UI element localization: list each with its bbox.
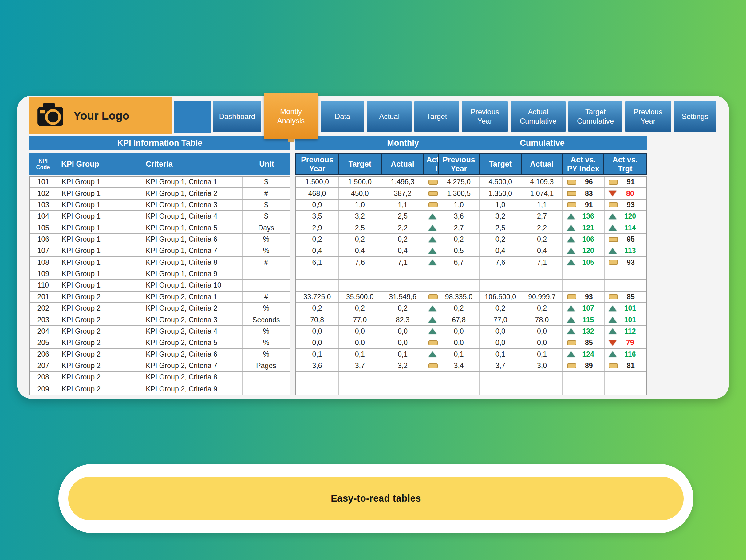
cell-kpi-code[interactable]: 208: [30, 372, 57, 383]
cell-cumulative-target[interactable]: 0,1: [480, 349, 521, 360]
cell-kpi-code[interactable]: 205: [30, 337, 57, 348]
cell-cumulative-act-vs-py-index[interactable]: 93: [563, 291, 605, 302]
tab-previous-year[interactable]: Previous Year: [462, 101, 508, 132]
cell-kpi-group[interactable]: KPI Group 1: [57, 222, 142, 233]
cell-monthly-previous-year[interactable]: 0,0: [296, 326, 339, 337]
cell-cumulative-actual[interactable]: 0,0: [521, 326, 563, 337]
cell-cumulative-actual[interactable]: 1,1: [521, 200, 563, 211]
cell-cumulative-target[interactable]: [480, 384, 521, 395]
cell-monthly-actual[interactable]: 387,2: [381, 188, 424, 199]
cell-unit[interactable]: #: [242, 257, 290, 268]
cell-cumulative-target[interactable]: 1.350,0: [480, 188, 521, 199]
cell-criteria[interactable]: KPI Group 1, Criteria 3: [141, 200, 242, 211]
cell-monthly-previous-year[interactable]: 0,2: [296, 234, 339, 245]
cell-monthly-actual[interactable]: 0,0: [381, 326, 424, 337]
cell-cumulative-act-vs-py-index[interactable]: [563, 269, 605, 279]
cell-cumulative-act-vs-py-index[interactable]: 83: [563, 188, 605, 199]
cell-cumulative-actual[interactable]: 3,0: [521, 360, 563, 371]
cell-cumulative-target[interactable]: 106.500,0: [480, 291, 521, 302]
cell-unit[interactable]: $: [242, 176, 290, 187]
cell-kpi-code[interactable]: 204: [30, 326, 57, 337]
cell-cumulative-act-vs-trgt[interactable]: 79: [605, 337, 646, 348]
cell-kpi-group[interactable]: KPI Group 1: [57, 234, 142, 245]
cell-monthly-previous-year[interactable]: 2,9: [296, 222, 339, 233]
cell-monthly-actual[interactable]: [381, 384, 424, 395]
cell-cumulative-act-vs-trgt[interactable]: 95: [605, 234, 646, 245]
cell-cumulative-act-vs-py-index[interactable]: 121: [563, 222, 605, 233]
cell-cumulative-target[interactable]: 1,0: [480, 200, 521, 211]
cell-monthly-previous-year[interactable]: 0,9: [296, 200, 339, 211]
cell-monthly-previous-year[interactable]: [296, 269, 339, 279]
tab-previous-year[interactable]: Previous Year: [625, 101, 671, 132]
cell-cumulative-act-vs-py-index[interactable]: 124: [563, 349, 605, 360]
cell-monthly-target[interactable]: 77,0: [339, 314, 381, 325]
cell-unit[interactable]: %: [242, 326, 290, 337]
cell-monthly-previous-year[interactable]: 0,0: [296, 337, 339, 348]
cell-monthly-actual[interactable]: 1.496,3: [381, 176, 424, 187]
cell-monthly-actual[interactable]: 2,2: [381, 222, 424, 233]
cell-kpi-code[interactable]: 109: [30, 269, 57, 279]
cell-kpi-code[interactable]: 206: [30, 349, 57, 360]
cell-cumulative-act-vs-trgt[interactable]: 114: [605, 222, 646, 233]
cell-cumulative-actual[interactable]: [521, 269, 563, 279]
cell-cumulative-previous-year[interactable]: 1,0: [438, 200, 480, 211]
cell-cumulative-act-vs-py-index[interactable]: 136: [563, 211, 605, 222]
cell-monthly-target[interactable]: [339, 269, 381, 279]
tab-montly-analysis[interactable]: Montly Analysis: [264, 93, 318, 139]
cell-kpi-group[interactable]: KPI Group 1: [57, 245, 142, 256]
cell-criteria[interactable]: KPI Group 2, Criteria 7: [141, 360, 242, 371]
cell-criteria[interactable]: KPI Group 1, Criteria 4: [141, 211, 242, 222]
cell-criteria[interactable]: KPI Group 1, Criteria 1: [141, 176, 242, 187]
cell-criteria[interactable]: KPI Group 1, Criteria 2: [141, 188, 242, 199]
cell-cumulative-act-vs-trgt[interactable]: 116: [605, 349, 646, 360]
cell-cumulative-actual[interactable]: 4.109,3: [521, 176, 563, 187]
cell-monthly-previous-year[interactable]: 33.725,0: [296, 291, 339, 302]
cell-unit[interactable]: #: [242, 188, 290, 199]
cell-criteria[interactable]: KPI Group 1, Criteria 9: [141, 269, 242, 279]
cell-kpi-code[interactable]: 201: [30, 291, 57, 302]
cell-criteria[interactable]: KPI Group 1, Criteria 5: [141, 222, 242, 233]
cell-monthly-target[interactable]: 0,2: [339, 234, 381, 245]
cell-criteria[interactable]: KPI Group 1, Criteria 8: [141, 257, 242, 268]
cell-criteria[interactable]: KPI Group 1, Criteria 7: [141, 245, 242, 256]
tab-settings[interactable]: Settings: [674, 101, 716, 132]
cell-monthly-target[interactable]: [339, 280, 381, 290]
cell-monthly-actual[interactable]: 7,1: [381, 257, 424, 268]
cell-cumulative-actual[interactable]: 7,1: [521, 257, 563, 268]
cell-monthly-actual[interactable]: 2,5: [381, 211, 424, 222]
cell-unit[interactable]: %: [242, 303, 290, 314]
cell-unit[interactable]: %: [242, 349, 290, 360]
cell-cumulative-actual[interactable]: 0,2: [521, 234, 563, 245]
cell-cumulative-previous-year[interactable]: 0,5: [438, 245, 480, 256]
cell-cumulative-previous-year[interactable]: 6,7: [438, 257, 480, 268]
cell-cumulative-previous-year[interactable]: 67,8: [438, 314, 480, 325]
cell-kpi-group[interactable]: KPI Group 2: [57, 326, 142, 337]
tab-target-cumulative[interactable]: Target Cumulative: [568, 101, 623, 132]
cell-cumulative-act-vs-trgt[interactable]: [605, 280, 646, 290]
cell-monthly-target[interactable]: 3,7: [339, 360, 381, 371]
cell-monthly-previous-year[interactable]: [296, 372, 339, 383]
cell-cumulative-actual[interactable]: 0,1: [521, 349, 563, 360]
cell-unit[interactable]: Pages: [242, 360, 290, 371]
cell-monthly-actual[interactable]: 3,2: [381, 360, 424, 371]
cell-cumulative-act-vs-py-index[interactable]: [563, 280, 605, 290]
cell-monthly-target[interactable]: [339, 384, 381, 395]
cell-monthly-target[interactable]: 450,0: [339, 188, 381, 199]
cell-criteria[interactable]: KPI Group 2, Criteria 8: [141, 372, 242, 383]
cell-criteria[interactable]: KPI Group 2, Criteria 1: [141, 291, 242, 302]
cell-cumulative-actual[interactable]: 90.999,7: [521, 291, 563, 302]
cell-monthly-target[interactable]: 0,1: [339, 349, 381, 360]
cell-kpi-group[interactable]: KPI Group 2: [57, 349, 142, 360]
cell-unit[interactable]: [242, 280, 290, 290]
tab-actual-cumulative[interactable]: Actual Cumulative: [511, 101, 566, 132]
cell-unit[interactable]: Seconds: [242, 314, 290, 325]
cell-kpi-code[interactable]: 209: [30, 384, 57, 395]
cell-kpi-code[interactable]: 203: [30, 314, 57, 325]
cell-monthly-actual[interactable]: 31.549,6: [381, 291, 424, 302]
cell-monthly-target[interactable]: 0,0: [339, 337, 381, 348]
cell-monthly-target[interactable]: 2,5: [339, 222, 381, 233]
cell-kpi-group[interactable]: KPI Group 1: [57, 200, 142, 211]
cell-cumulative-act-vs-py-index[interactable]: 115: [563, 314, 605, 325]
cell-monthly-previous-year[interactable]: 0,1: [296, 349, 339, 360]
cell-cumulative-actual[interactable]: 1.074,1: [521, 188, 563, 199]
